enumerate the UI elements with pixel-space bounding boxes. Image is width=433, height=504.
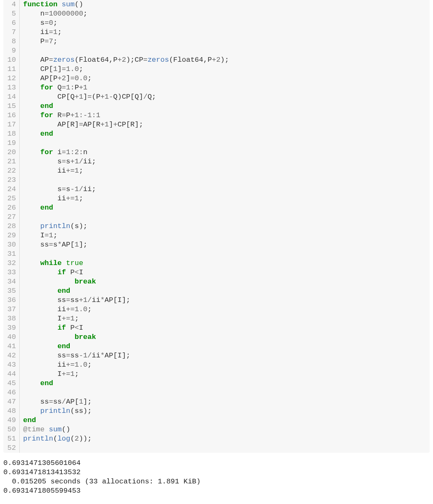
line-number: 21 [7, 157, 16, 166]
code-line [23, 46, 430, 55]
line-number: 27 [7, 213, 16, 222]
line-number: 46 [7, 388, 16, 397]
code-line: AP[P+2]=0.0; [23, 74, 430, 83]
code-line: n=10000000; [23, 9, 430, 18]
line-number-gutter: 4567891011121314151617181920212223242526… [3, 0, 20, 453]
line-number: 10 [7, 55, 16, 65]
code-line: ii+=1; [23, 166, 430, 176]
code-line: end [23, 416, 430, 425]
code-line: ii+=1.0; [23, 360, 430, 370]
code-line: ii=1; [23, 28, 430, 37]
code-line: break [23, 277, 430, 286]
line-number: 18 [7, 129, 16, 139]
line-number: 28 [7, 222, 16, 231]
code-line: println(log(2)); [23, 434, 430, 444]
code-line: end [23, 286, 430, 296]
line-number: 44 [7, 370, 16, 379]
code-line: I+=1; [23, 370, 430, 379]
code-line: break [23, 333, 430, 342]
line-number: 52 [7, 444, 16, 453]
code-line: function sum() [23, 0, 430, 9]
code-line: s=s-1/ii; [23, 185, 430, 194]
code-block: 4567891011121314151617181920212223242526… [3, 0, 430, 453]
code-line: for R=P+1:-1:1 [23, 111, 430, 120]
code-line: ss=ss/AP[1]; [23, 397, 430, 407]
line-number: 39 [7, 323, 16, 333]
code-line: s=s+1/ii; [23, 157, 430, 166]
line-number: 51 [7, 434, 16, 444]
line-number: 34 [7, 277, 16, 286]
line-number: 45 [7, 379, 16, 388]
code-line: ss=ss-1/ii*AP[I]; [23, 351, 430, 360]
code-line: for i=1:2:n [23, 148, 430, 157]
line-number: 48 [7, 407, 16, 416]
code-line: ss=ss+1/ii*AP[I]; [23, 296, 430, 305]
line-number: 49 [7, 416, 16, 425]
line-number: 30 [7, 240, 16, 249]
line-number: 43 [7, 360, 16, 370]
line-number: 25 [7, 194, 16, 203]
line-number: 6 [7, 18, 16, 28]
code-line: end [23, 203, 430, 213]
code-line: CP[Q+1]=(P+1-Q)CP[Q]/Q; [23, 92, 430, 102]
code-line: if P<I [23, 268, 430, 277]
code-line: ii+=1; [23, 194, 430, 203]
code-line: ss=s*AP[1]; [23, 240, 430, 249]
code-line [23, 388, 430, 397]
output-block: 0.6931471305601064 0.6931471813413532 0.… [3, 459, 430, 496]
line-number: 42 [7, 351, 16, 360]
line-number: 23 [7, 176, 16, 185]
line-number: 11 [7, 65, 16, 74]
code-lines: function sum() n=10000000; s=0; ii=1; P=… [20, 0, 430, 453]
code-line: end [23, 342, 430, 351]
line-number: 36 [7, 296, 16, 305]
line-number: 4 [7, 0, 16, 9]
line-number: 19 [7, 139, 16, 148]
line-number: 40 [7, 333, 16, 342]
line-number: 15 [7, 102, 16, 111]
code-line [23, 249, 430, 259]
code-line: end [23, 102, 430, 111]
line-number: 7 [7, 28, 16, 37]
code-line: AP=zeros(Float64,P+2);CP=zeros(Float64,P… [23, 55, 430, 65]
line-number: 24 [7, 185, 16, 194]
line-number: 5 [7, 9, 16, 18]
code-line: println(s); [23, 222, 430, 231]
line-number: 12 [7, 74, 16, 83]
line-number: 13 [7, 83, 16, 92]
code-line: if P<I [23, 323, 430, 333]
line-number: 14 [7, 92, 16, 102]
code-line: end [23, 129, 430, 139]
code-line [23, 176, 430, 185]
line-number: 35 [7, 286, 16, 296]
code-line [23, 444, 430, 453]
code-line: CP[1]=1.0; [23, 65, 430, 74]
line-number: 33 [7, 268, 16, 277]
code-line: end [23, 379, 430, 388]
line-number: 37 [7, 305, 16, 314]
code-line [23, 139, 430, 148]
line-number: 31 [7, 249, 16, 259]
code-line: AP[R]=AP[R+1]+CP[R]; [23, 120, 430, 129]
line-number: 47 [7, 397, 16, 407]
line-number: 41 [7, 342, 16, 351]
code-line: s=0; [23, 18, 430, 28]
line-number: 9 [7, 46, 16, 55]
line-number: 38 [7, 314, 16, 323]
line-number: 29 [7, 231, 16, 240]
line-number: 16 [7, 111, 16, 120]
code-line: @time sum() [23, 425, 430, 434]
code-line: for Q=1:P+1 [23, 83, 430, 92]
line-number: 20 [7, 148, 16, 157]
code-line: ii+=1.0; [23, 305, 430, 314]
code-line: P=7; [23, 37, 430, 46]
code-line: while true [23, 259, 430, 268]
line-number: 22 [7, 166, 16, 176]
line-number: 26 [7, 203, 16, 213]
code-line: I=1; [23, 231, 430, 240]
code-line: println(ss); [23, 407, 430, 416]
code-line [23, 213, 430, 222]
line-number: 17 [7, 120, 16, 129]
line-number: 32 [7, 259, 16, 268]
line-number: 8 [7, 37, 16, 46]
